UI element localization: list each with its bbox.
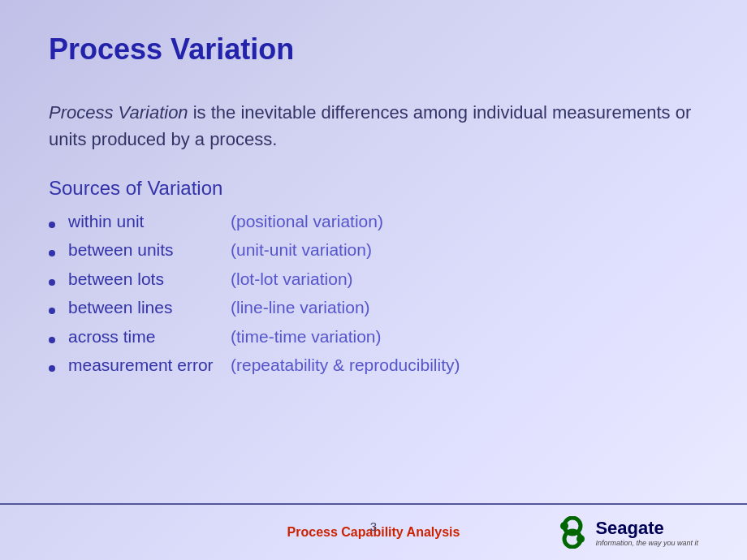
- bullet-dot: [49, 250, 55, 256]
- seagate-icon: [555, 516, 590, 549]
- footer: Process Capability Analysis 3 Seagate In…: [0, 503, 747, 560]
- list-item: within unit (positional variation): [49, 209, 698, 233]
- svg-point-2: [560, 522, 568, 530]
- content-area: Process Variation Process Variation is t…: [0, 0, 747, 503]
- bullet-paren: (line-line variation): [231, 295, 370, 319]
- list-item: between units (unit-unit variation): [49, 238, 698, 261]
- page-number: 3: [370, 519, 377, 533]
- bullet-paren: (unit-unit variation): [231, 238, 372, 261]
- list-item: across time (time-time variation): [49, 325, 698, 348]
- bullet-term: between lots: [68, 267, 231, 291]
- slide: Process Variation Process Variation is t…: [0, 0, 747, 560]
- bullet-dot: [49, 308, 55, 314]
- bullet-paren: (repeatability & reproducibility): [231, 353, 460, 377]
- bullet-list: within unit (positional variation) betwe…: [49, 209, 698, 377]
- list-item: between lines (line-line variation): [49, 295, 698, 319]
- bullet-term: across time: [68, 325, 231, 348]
- bullet-term: between units: [68, 238, 231, 261]
- bullet-dot: [49, 279, 55, 286]
- seagate-tagline: Information, the way you want it: [595, 539, 698, 547]
- footer-logo-area: Seagate Information, the way you want it: [536, 516, 698, 549]
- bullet-term: between lines: [68, 295, 231, 319]
- bullet-dot: [49, 365, 55, 372]
- list-item: between lots (lot-lot variation): [49, 267, 698, 291]
- definition-paragraph: Process Variation is the inevitable diff…: [49, 99, 698, 153]
- seagate-name: Seagate: [595, 518, 698, 539]
- bullet-dot: [49, 222, 55, 228]
- list-item: measurement error (repeatability & repro…: [49, 353, 698, 377]
- bullet-paren: (time-time variation): [231, 325, 382, 348]
- bullet-dot: [49, 337, 55, 343]
- bullet-term: measurement error: [68, 353, 231, 377]
- sources-heading: Sources of Variation: [49, 177, 698, 200]
- definition-term: Process Variation: [49, 102, 188, 123]
- slide-title: Process Variation: [49, 32, 698, 67]
- svg-point-3: [576, 535, 585, 543]
- bullet-paren: (positional variation): [231, 209, 383, 233]
- bullet-term: within unit: [68, 209, 231, 233]
- bullet-paren: (lot-lot variation): [231, 267, 353, 291]
